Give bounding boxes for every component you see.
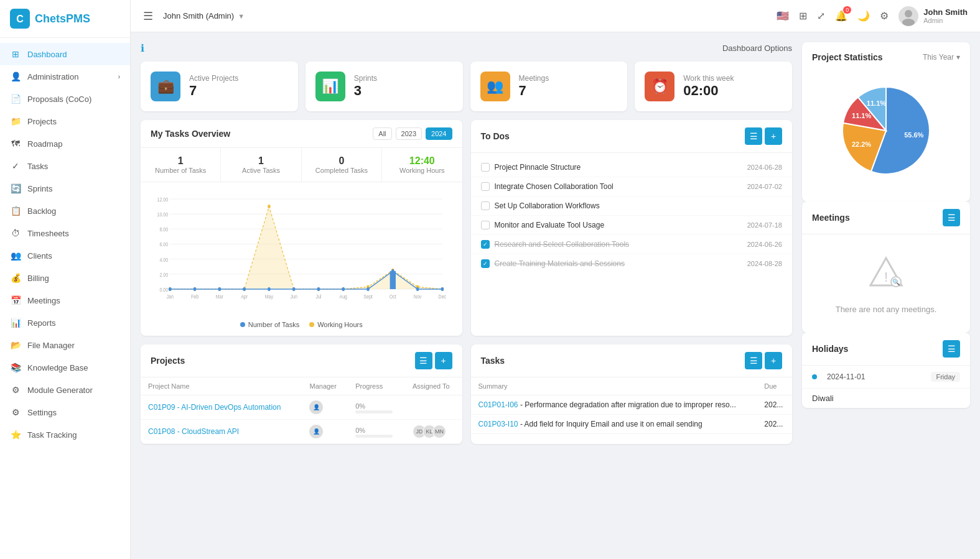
settings-icon[interactable]: ⚙ (880, 10, 889, 22)
holidays-list-btn[interactable]: ☰ (943, 340, 960, 358)
sidebar-item-settings[interactable]: ⚙ Settings (0, 401, 130, 423)
todo-checkbox[interactable] (481, 201, 490, 210)
svg-text:Dec: Dec (439, 293, 446, 300)
sidebar-item-knowledge-base[interactable]: 📚 Knowledge Base (0, 356, 130, 379)
sidebar-item-task-tracking[interactable]: ⭐ Task Tracking (0, 423, 130, 446)
working-hours-label: Working Hours (392, 167, 452, 174)
active-tasks-label: Active Tasks (231, 167, 291, 174)
todo-checkbox[interactable] (481, 221, 490, 229)
info-icon[interactable]: ℹ (141, 42, 144, 54)
filter-all[interactable]: All (373, 127, 391, 140)
svg-text:Mar: Mar (216, 293, 223, 300)
todos-list-btn[interactable]: ☰ (745, 127, 762, 145)
legend-dot-tasks (240, 322, 245, 327)
project-link[interactable]: C01P09 - AI-Driven DevOps Automation (148, 403, 281, 412)
project-name-cell: C01P08 - CloudStream API (141, 420, 302, 444)
avatar: MN (432, 425, 446, 438)
meetings-list-btn[interactable]: ☰ (943, 209, 960, 226)
todo-item: Set Up Collaboration Workflows (471, 196, 793, 216)
nav-label-task-tracking: Task Tracking (27, 430, 77, 440)
project-link[interactable]: C01P08 - CloudStream API (148, 427, 239, 436)
sidebar-item-billing[interactable]: 💰 Billing (0, 267, 130, 289)
task-link[interactable]: C01P03-I10 (478, 420, 518, 428)
completed-tasks-label: Completed Tasks (312, 167, 371, 174)
todo-text: Research and Select Collaboration Tools (495, 240, 630, 249)
sidebar-item-dashboard[interactable]: ⊞ Dashboard (0, 43, 130, 65)
nav-label-tasks: Tasks (27, 162, 48, 171)
sidebar-item-reports[interactable]: 📊 Reports (0, 312, 130, 334)
avatar-group: JDKLMN (413, 425, 455, 438)
project-assigned-cell: JDKLMN (405, 420, 462, 444)
dashboard-options-label[interactable]: Dashboard Options (722, 44, 792, 53)
svg-text:10.00: 10.00 (157, 211, 169, 218)
todo-list: Project Pinnacle Structure 2024-06-28 In… (471, 153, 793, 278)
sidebar-item-proposals[interactable]: 📄 Proposals (CoCo) (0, 88, 130, 110)
projects-add-btn[interactable]: + (435, 352, 452, 369)
tasks-list-btn[interactable]: ☰ (745, 352, 762, 369)
sidebar-item-roadmap[interactable]: 🗺 Roadmap (0, 132, 130, 155)
sidebar: C ChetsPMS ⊞ Dashboard 👤 Administration … (0, 0, 131, 559)
header-user[interactable]: John Smith (Admin) ▼ (163, 11, 245, 21)
sidebar-item-sprints[interactable]: 🔄 Sprints (0, 177, 130, 200)
svg-text:Jun: Jun (291, 293, 297, 300)
svg-text:6.00: 6.00 (159, 242, 168, 248)
logo[interactable]: C ChetsPMS (0, 0, 130, 38)
table-row: C01P08 - CloudStream API 👤 0% JDKLMN (141, 420, 462, 444)
content-left: ℹ Dashboard Options 💼 Active Projects 7 … (141, 42, 792, 549)
header-profile[interactable]: John Smith Admin (898, 6, 968, 26)
svg-point-43 (169, 287, 172, 291)
todo-date: 2024-06-26 (747, 241, 782, 248)
notification-icon[interactable]: 🔔 0 (835, 10, 847, 22)
file-manager-icon: 📂 (10, 340, 21, 351)
meetings-empty-text: There are not any meetings. (836, 305, 937, 314)
stat-label-sprints: Sprints (354, 74, 377, 83)
nav-label-sprints: Sprints (27, 184, 52, 193)
flag-icon[interactable]: 🇺🇸 (777, 10, 789, 22)
filter-2023[interactable]: 2023 (396, 127, 422, 140)
todo-text: Create Training Materials and Sessions (495, 259, 625, 268)
sidebar-item-meetings[interactable]: 📅 Meetings (0, 289, 130, 312)
tasks-add-btn[interactable]: + (765, 352, 782, 369)
svg-point-44 (194, 287, 197, 291)
sidebar-item-backlog[interactable]: 📋 Backlog (0, 200, 130, 222)
sidebar-item-tasks[interactable]: ✓ Tasks (0, 155, 130, 177)
todo-checkbox[interactable]: ✓ (481, 240, 490, 249)
task-due-cell: 202... (757, 395, 792, 415)
hamburger-icon[interactable]: ☰ (143, 9, 153, 23)
bottom-row: Projects ☰ + Project Name Manager Progre… (141, 344, 792, 444)
projects-list-btn[interactable]: ☰ (415, 352, 432, 369)
apps-icon[interactable]: ⊞ (799, 10, 807, 22)
sidebar-item-administration[interactable]: 👤 Administration › (0, 65, 130, 88)
nav-label-administration: Administration (27, 72, 78, 81)
project-manager-cell: 👤 (302, 395, 348, 420)
holiday-badge: Friday (931, 372, 960, 382)
sidebar-item-file-manager[interactable]: 📂 File Manager (0, 334, 130, 356)
tasks-overview-card: My Tasks Overview All 2023 2024 1 Number… (141, 120, 462, 336)
svg-text:12.00: 12.00 (157, 196, 169, 203)
todo-text: Integrate Chosen Collaboration Tool (495, 182, 614, 191)
sidebar-item-module-generator[interactable]: ⚙ Module Generator (0, 379, 130, 401)
todo-checkbox[interactable] (481, 163, 490, 172)
stat-card-work-this-week: ⏰ Work this week 02:00 (635, 62, 792, 111)
holidays-header: Holidays ☰ (802, 333, 970, 366)
stat-icon-work-this-week: ⏰ (645, 72, 674, 101)
filter-2024[interactable]: 2024 (426, 127, 452, 140)
fullscreen-icon[interactable]: ⤢ (817, 10, 825, 22)
todos-add-btn[interactable]: + (765, 127, 782, 145)
legend-hours: Working Hours (309, 321, 363, 328)
task-link[interactable]: C01P01-I06 (478, 400, 518, 409)
nav-label-backlog: Backlog (27, 206, 56, 216)
todo-checkbox[interactable] (481, 182, 490, 191)
todos-actions: ☰ + (745, 127, 782, 145)
pie-container: 55.6%22.2%11.1%11.1% (812, 70, 960, 192)
num-tasks-stat: 1 Number of Tasks (141, 148, 221, 182)
task-summary-cell: C01P03-I10 - Add field for Inquiry Email… (471, 415, 757, 434)
todo-checkbox[interactable]: ✓ (481, 259, 490, 268)
ps-year[interactable]: This Year ▾ (923, 53, 960, 62)
dark-mode-icon[interactable]: 🌙 (857, 10, 870, 22)
sidebar-item-clients[interactable]: 👥 Clients (0, 244, 130, 267)
todo-text: Set Up Collaboration Workflows (495, 201, 600, 210)
stat-icon-meetings: 👥 (480, 72, 510, 101)
sidebar-item-timesheets[interactable]: ⏱ Timesheets (0, 222, 130, 244)
sidebar-item-projects[interactable]: 📁 Projects (0, 110, 130, 132)
